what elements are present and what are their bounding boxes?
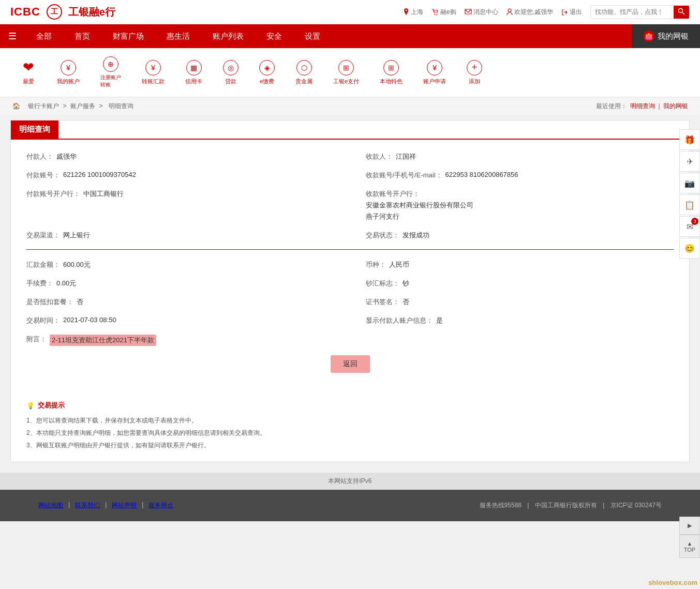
search-bar[interactable] <box>590 5 690 19</box>
user-icon <box>507 8 513 16</box>
detail-row-package: 是否抵扣套餐： 否 证书签名： 否 <box>26 297 674 307</box>
quick-icon-apply[interactable]: ¥ 账户申请 <box>413 57 456 88</box>
recent-links: 最近使用： 明细查询 | 我的网银 <box>596 102 690 111</box>
local-icon: ⊞ <box>383 60 399 75</box>
sidebar-clipboard-btn[interactable]: 📋 <box>679 194 700 215</box>
payer-account-cell: 付款账号： 621226 1001009370542 <box>26 171 335 180</box>
tips-title: 💡 交易提示 <box>26 401 674 410</box>
content-panel: 明细查询 付款人： 戚强华 收款人： 江国祥 付款账号： 621226 1001… <box>10 120 690 462</box>
top-button-area: ▶ ▲ TOP <box>679 517 700 521</box>
credit-icon: ▦ <box>186 60 202 75</box>
detail-row-names: 付款人： 戚强华 收款人： 江国祥 <box>26 152 674 161</box>
search-button[interactable] <box>674 6 689 19</box>
payee-bank-cell: 收款账号开户行： 安徽金寨农村商业银行股份有限公司 燕子河支行 <box>335 189 674 221</box>
remark-label: 附言： <box>26 335 47 346</box>
quick-icon-icbc-pay[interactable]: ⊞ 工银e支付 <box>323 57 369 88</box>
back-button[interactable]: 返回 <box>331 355 370 373</box>
remark-value: 2-11坦克资助江仕虎2021下半年款 <box>50 335 156 346</box>
footer-link-sitemap[interactable]: 网站地图 <box>38 501 63 510</box>
time-label: 交易时间： <box>26 316 60 325</box>
ipv6-note: 本网站支持IPv6 <box>0 473 700 490</box>
nav-item-mybank[interactable]: 👛 我的网银 <box>632 24 700 48</box>
epay-icon: ◈ <box>259 60 275 75</box>
tip-item-1: 1、您可以将查询结果下载，并保存到文本或电子表格文件中。 <box>26 414 674 427</box>
payer-account-label: 付款账号： <box>26 171 60 180</box>
quick-icons-bar: ❤ 最爱 ¥ 我的账户 ⊕ 注册账户转账 ¥ 转账汇款 ▦ 信用卡 ◎ 贷款 ◈… <box>0 48 700 98</box>
footer-bottom: 网站地图 | 联系我们 | 网站声明 | 服务网点 服务热线95588 | 中国… <box>7 497 693 514</box>
quick-icon-local[interactable]: ⊞ 本地特色 <box>369 57 413 88</box>
sidebar-paper-btn[interactable]: ✈ <box>679 151 700 172</box>
quick-icon-fav[interactable]: ❤ 最爱 <box>10 56 47 88</box>
amount-value: 600.00元 <box>63 260 91 269</box>
currency-label: 币种： <box>366 260 386 269</box>
messages-item[interactable]: 消息中心 <box>465 8 498 17</box>
payer-value: 戚强华 <box>56 152 77 161</box>
quick-icon-transfer[interactable]: ¥ 转账汇款 <box>131 57 175 88</box>
account-icon: ¥ <box>61 60 76 75</box>
footer-link-outlets[interactable]: 服务网点 <box>148 501 173 510</box>
wallet-icon: 👛 <box>643 31 654 42</box>
gold-icon: ⬡ <box>296 60 312 75</box>
recent-link-detail[interactable]: 明细查询 <box>630 102 655 110</box>
nav-item-settings[interactable]: 设置 <box>293 24 332 48</box>
package-cell: 是否抵扣套餐： 否 <box>26 297 335 307</box>
loan-icon: ◎ <box>223 60 239 75</box>
nav-item-life[interactable]: 惠生活 <box>155 24 201 48</box>
quick-icon-myaccount[interactable]: ¥ 我的账户 <box>47 57 90 88</box>
time-value: 2021-07-03 08:50 <box>63 316 116 325</box>
time-cell: 交易时间： 2021-07-03 08:50 <box>26 316 335 325</box>
breadcrumb-bank-account[interactable]: 银行卡账户 <box>28 102 59 110</box>
payee-account-cell: 收款账号/手机号/E-mail： 622953 8106200867856 <box>335 171 674 180</box>
scroll-right-btn[interactable]: ▶ <box>679 517 700 521</box>
logout-item[interactable]: 退出 <box>561 8 582 17</box>
location-item[interactable]: 上海 <box>403 8 423 17</box>
sidebar-camera-btn[interactable]: 📷 <box>679 173 700 193</box>
fee-label: 手续费： <box>26 279 53 288</box>
sidebar-gift-btn[interactable]: 🎁 <box>679 129 700 150</box>
quick-icon-credit[interactable]: ▦ 信用卡 <box>175 57 213 88</box>
amount-cell: 汇款金额： 600.00元 <box>26 260 335 269</box>
breadcrumb: 🏠 银行卡账户 > 账户服务 > 明细查询 <box>10 102 136 111</box>
channel-value: 网上银行 <box>63 231 90 240</box>
status-value: 发报成功 <box>403 231 429 240</box>
nav-item-security[interactable]: 安全 <box>255 24 293 48</box>
location-icon <box>403 8 409 16</box>
svg-line-6 <box>682 12 684 14</box>
back-button-area: 返回 <box>26 355 674 373</box>
cash-value: 钞 <box>403 279 409 288</box>
cart-icon <box>431 9 439 15</box>
mail-badge: 3 <box>691 218 698 225</box>
footer-link-contact[interactable]: 联系我们 <box>75 501 100 510</box>
hamburger-menu[interactable]: ☰ <box>0 31 25 42</box>
recent-link-mybank[interactable]: 我的网银 <box>663 102 688 110</box>
payee-account-value: 622953 8106200867856 <box>445 171 518 180</box>
breadcrumb-current: 明细查询 <box>109 102 133 110</box>
breadcrumb-account-service[interactable]: 账户服务 <box>70 102 95 110</box>
quick-icon-loan[interactable]: ◎ 贷款 <box>213 57 249 88</box>
currency-cell: 币种： 人民币 <box>335 260 674 269</box>
nav-item-wealth[interactable]: 财富广场 <box>101 24 155 48</box>
sidebar-mail-btn[interactable]: ✉ 3 <box>679 216 700 237</box>
quick-icon-add[interactable]: + 添加 <box>456 57 493 88</box>
lightbulb-icon: 💡 <box>26 402 35 410</box>
detail-row-accounts: 付款账号： 621226 1001009370542 收款账号/手机号/E-ma… <box>26 171 674 180</box>
footer-link-statement[interactable]: 网站声明 <box>112 501 137 510</box>
quick-icon-register-transfer[interactable]: ⊕ 注册账户转账 <box>90 53 131 92</box>
cart-item[interactable]: 融e购 <box>431 8 456 17</box>
add-icon: + <box>467 60 482 75</box>
payee-name-cell: 收款人： 江国祥 <box>335 152 674 161</box>
nav-item-home[interactable]: 首页 <box>63 24 101 48</box>
payee-bank-value: 安徽金寨农村商业银行股份有限公司 <box>366 201 473 209</box>
tip-item-2: 2、本功能只支持查询账户明细，如您需要查询具体交易的明细信息请到相关交易查询。 <box>26 427 674 439</box>
nav-item-accounts[interactable]: 账户列表 <box>201 24 255 48</box>
nav-item-all[interactable]: 全部 <box>25 24 63 48</box>
sidebar-face-btn[interactable]: 😊 <box>679 238 700 259</box>
content-wrapper: 明细查询 付款人： 戚强华 收款人： 江国祥 付款账号： 621226 1001… <box>0 115 700 473</box>
quick-icon-epay[interactable]: ◈ e缴费 <box>249 57 285 88</box>
quick-icon-gold[interactable]: ⬡ 贵金属 <box>285 57 323 88</box>
svg-point-1 <box>434 14 435 15</box>
svg-point-0 <box>405 10 407 11</box>
svg-point-2 <box>436 14 437 15</box>
fee-cell: 手续费： 0.00元 <box>26 279 335 288</box>
search-input[interactable] <box>591 6 674 18</box>
